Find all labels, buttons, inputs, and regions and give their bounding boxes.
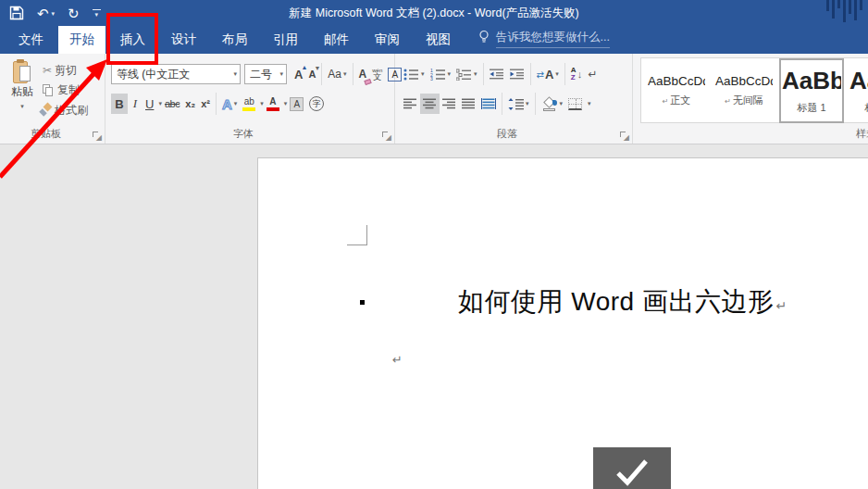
paragraph-dialog-launcher[interactable]: ◢: [620, 132, 628, 140]
asian-layout-button[interactable]: ⇄ A ▾: [534, 64, 562, 84]
align-left-icon: [403, 98, 417, 109]
paragraph-group-label: 段落: [395, 127, 619, 141]
grow-font-button[interactable]: A▲: [291, 64, 305, 84]
subscript-button[interactable]: x₂: [182, 94, 198, 114]
document-area: 如何使用 Word 画出六边形↵ ↵ 已保存: [0, 144, 868, 489]
font-group-label: 字体: [105, 127, 381, 141]
copy-label: 复制: [57, 82, 80, 98]
tab-insert[interactable]: 插入: [109, 26, 156, 54]
cut-button[interactable]: ✂ 剪切: [43, 61, 77, 80]
underline-button[interactable]: U: [143, 94, 156, 114]
tab-view[interactable]: 视图: [415, 26, 462, 54]
distribute-icon: [481, 98, 496, 109]
bold-button[interactable]: B: [111, 94, 128, 114]
tab-home[interactable]: 开始: [58, 26, 105, 54]
lightbulb-icon: [478, 30, 490, 48]
justify-button[interactable]: [459, 94, 478, 114]
highlight-button[interactable]: ab: [240, 94, 258, 114]
font-size-combo[interactable]: 二号 ▾: [244, 64, 287, 84]
show-hide-marks-button[interactable]: ↵: [585, 64, 600, 84]
customize-qat-button[interactable]: ▾: [93, 9, 101, 18]
styles-gallery: AaBbCcDd ↵正文 AaBbCcDd ↵无间隔 AaBbC 标题 1 Aa…: [640, 57, 868, 123]
bullets-button[interactable]: ▾: [401, 64, 428, 84]
borders-button[interactable]: ▾: [565, 94, 594, 114]
tab-layout[interactable]: 布局: [211, 26, 258, 54]
undo-icon: ↶: [37, 6, 49, 20]
paragraph-mark: ↵: [775, 298, 787, 313]
style-heading-1[interactable]: AaBbC 标题 1: [779, 58, 844, 123]
style-normal[interactable]: AaBbCcDd ↵正文: [644, 61, 709, 120]
tab-file[interactable]: 文件: [7, 26, 55, 54]
paste-label: 粘贴: [11, 84, 33, 100]
tab-mailings[interactable]: 邮件: [313, 26, 360, 54]
shading-button[interactable]: ▾: [539, 94, 566, 114]
paragraph-mark: ↵: [392, 353, 403, 367]
align-left-button[interactable]: [401, 94, 420, 114]
format-painter-button[interactable]: 格式刷: [39, 101, 88, 119]
tab-review[interactable]: 审阅: [364, 26, 411, 54]
styles-group: AaBbCcDd ↵正文 AaBbCcDd ↵无间隔 AaBbC 标题 1 Aa…: [633, 54, 868, 144]
clipboard-dialog-launcher[interactable]: ◢: [93, 132, 101, 140]
font-color-bar: [267, 107, 279, 111]
chevron-down-icon[interactable]: ▾: [233, 70, 237, 78]
justify-icon: [462, 98, 476, 109]
increase-indent-button[interactable]: [507, 64, 527, 84]
shrink-font-button[interactable]: A▼: [305, 64, 318, 84]
numbering-button[interactable]: 1 2 3 ▾: [428, 64, 454, 84]
style-heading-2[interactable]: AaBbC 标题 2: [847, 61, 868, 120]
titlebar-decoration: [826, 0, 862, 22]
check-icon: [614, 458, 651, 487]
paste-dropdown-icon[interactable]: ▾: [20, 103, 24, 110]
line-spacing-button[interactable]: ▾: [505, 94, 532, 114]
superscript-button[interactable]: x²: [198, 94, 213, 114]
multilevel-list-icon: [456, 69, 472, 81]
text-effects-button[interactable]: A ▾: [219, 94, 240, 114]
window-titlebar: 新建 Microsoft Word 文档 (2).docx - Word(产品激…: [0, 0, 868, 26]
heading-text[interactable]: 如何使用 Word 画出六边形: [458, 287, 774, 316]
borders-icon: [568, 98, 582, 110]
align-center-icon: [423, 98, 437, 109]
font-group: 等线 (中文正文 ▾ 二号 ▾ A▲ A▼ Aa ▾ A: [105, 54, 395, 144]
font-dialog-launcher[interactable]: ◢: [382, 132, 391, 140]
enclose-characters-button[interactable]: 字: [306, 94, 327, 114]
paste-button[interactable]: 粘贴 ▾: [6, 58, 39, 121]
multilevel-list-button[interactable]: ▾: [453, 64, 480, 84]
font-color-button[interactable]: A: [264, 94, 282, 114]
clipboard-group: 粘贴 ▾ ✂ 剪切 复制 格式刷 剪贴板 ◢: [0, 54, 105, 144]
document-heading[interactable]: 如何使用 Word 画出六边形↵: [458, 284, 787, 320]
decrease-indent-button[interactable]: [487, 64, 507, 84]
sort-button[interactable]: AZ ↓: [568, 64, 585, 84]
heading-outline-marker: [360, 300, 365, 305]
tell-me-text[interactable]: 告诉我您想要做什么...: [496, 30, 610, 48]
numbering-icon: 1 2 3: [430, 69, 446, 81]
tab-references[interactable]: 引用: [262, 26, 309, 54]
strikethrough-button[interactable]: abc: [162, 94, 182, 114]
character-shading-button[interactable]: A: [287, 94, 306, 114]
redo-button[interactable]: ↻: [68, 6, 80, 20]
document-page[interactable]: 如何使用 Word 画出六边形↵ ↵: [257, 157, 868, 489]
undo-dropdown-icon[interactable]: ▾: [52, 10, 56, 17]
phonetic-guide-button[interactable]: wén 文: [369, 64, 385, 84]
align-right-button[interactable]: [440, 94, 459, 114]
increase-indent-icon: [510, 69, 525, 80]
tab-design[interactable]: 设计: [160, 26, 207, 54]
decrease-indent-icon: [490, 69, 504, 80]
chevron-down-icon[interactable]: ▾: [279, 70, 283, 78]
clear-formatting-button[interactable]: A: [356, 64, 370, 84]
undo-button[interactable]: ↶ ▾: [37, 6, 55, 20]
chevron-down-icon: ▾: [94, 11, 98, 18]
format-painter-icon: [39, 104, 52, 117]
copy-button[interactable]: 复制: [43, 81, 80, 99]
align-center-button[interactable]: [420, 94, 440, 114]
styles-group-label: 样式: [856, 127, 868, 141]
clipboard-group-label: 剪贴板: [0, 127, 92, 141]
font-family-combo[interactable]: 等线 (中文正文 ▾: [111, 64, 241, 84]
save-icon[interactable]: [9, 6, 24, 20]
tell-me-box[interactable]: 告诉我您想要做什么...: [478, 26, 610, 54]
italic-button[interactable]: I: [128, 94, 143, 114]
style-no-spacing[interactable]: AaBbCcDd ↵无间隔: [712, 61, 776, 120]
distribute-button[interactable]: [478, 94, 499, 114]
line-spacing-icon: [508, 98, 524, 110]
change-case-button[interactable]: Aa ▾: [325, 64, 349, 84]
highlight-color-bar: [242, 107, 255, 111]
